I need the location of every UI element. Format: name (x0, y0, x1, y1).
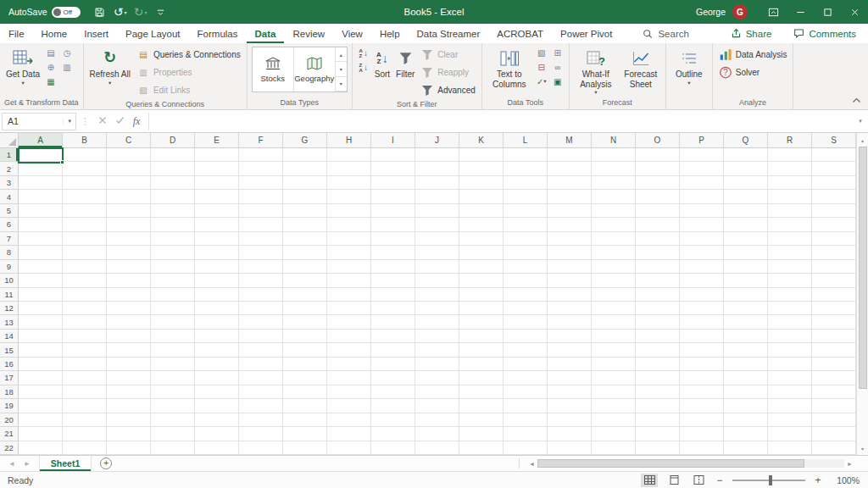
cell-R17[interactable] (768, 371, 812, 385)
cell-R1[interactable] (768, 148, 812, 162)
cell-P3[interactable] (680, 176, 724, 190)
cell-E9[interactable] (195, 260, 239, 274)
cell-O19[interactable] (636, 399, 680, 413)
cell-M2[interactable] (548, 162, 592, 175)
cell-C19[interactable] (107, 399, 151, 413)
cell-C18[interactable] (107, 385, 151, 399)
cell-N19[interactable] (592, 399, 636, 413)
cell-N16[interactable] (592, 358, 636, 371)
cell-E8[interactable] (195, 246, 239, 259)
column-header-H[interactable]: H (327, 133, 371, 148)
cell-O15[interactable] (636, 343, 680, 357)
cell-B22[interactable] (63, 441, 107, 455)
cell-B11[interactable] (63, 288, 107, 302)
cell-L12[interactable] (504, 302, 548, 315)
cell-B6[interactable] (63, 218, 107, 231)
cell-R19[interactable] (768, 399, 812, 413)
get-data-button[interactable]: Get Data ▾ (4, 45, 42, 86)
cell-I19[interactable] (371, 399, 415, 413)
cell-G14[interactable] (283, 330, 327, 343)
cell-C1[interactable] (107, 148, 151, 162)
cell-G10[interactable] (283, 274, 327, 287)
cell-P6[interactable] (680, 218, 724, 231)
cell-L6[interactable] (504, 218, 548, 231)
cell-G11[interactable] (283, 288, 327, 302)
data-analysis-button[interactable]: Data Analysis (717, 47, 789, 63)
cell-C20[interactable] (107, 413, 151, 427)
cell-P12[interactable] (680, 302, 724, 315)
tab-acrobat[interactable]: ACROBAT (488, 24, 552, 43)
enter-entry-button[interactable] (111, 116, 128, 126)
cell-D19[interactable] (151, 399, 195, 413)
cell-L20[interactable] (504, 413, 548, 427)
cell-Q9[interactable] (724, 260, 768, 274)
cell-A19[interactable] (19, 399, 63, 413)
cell-F11[interactable] (239, 288, 283, 302)
remove-duplicates-icon[interactable]: ⊟ (535, 61, 548, 74)
cell-A18[interactable] (19, 385, 63, 399)
tab-home[interactable]: Home (33, 24, 76, 43)
row-header-1[interactable]: 1 (0, 148, 19, 162)
cell-M11[interactable] (548, 288, 592, 302)
cell-N15[interactable] (592, 343, 636, 357)
reapply-filter-button[interactable]: Reapply (419, 64, 476, 80)
cell-S20[interactable] (812, 413, 856, 427)
tab-view[interactable]: View (333, 24, 371, 43)
cell-N12[interactable] (592, 302, 636, 315)
cell-P19[interactable] (680, 399, 724, 413)
cell-H6[interactable] (327, 218, 371, 231)
column-header-S[interactable]: S (812, 133, 856, 148)
cell-H13[interactable] (327, 315, 371, 329)
gallery-more-icon[interactable]: ▾ (336, 77, 347, 92)
cell-E1[interactable] (195, 148, 239, 162)
cell-R18[interactable] (768, 385, 812, 399)
cell-A17[interactable] (19, 371, 63, 385)
new-sheet-button[interactable]: + (100, 458, 112, 469)
autosave-toggle[interactable]: Off (52, 7, 81, 18)
cell-C8[interactable] (107, 246, 151, 259)
cell-N11[interactable] (592, 288, 636, 302)
text-to-columns-button[interactable]: Text to Columns (487, 45, 532, 89)
column-header-Q[interactable]: Q (724, 133, 768, 148)
cell-D15[interactable] (151, 343, 195, 357)
cell-F20[interactable] (239, 413, 283, 427)
cell-I21[interactable] (371, 427, 415, 441)
cell-J13[interactable] (415, 315, 459, 329)
column-header-R[interactable]: R (768, 133, 812, 148)
cell-L10[interactable] (504, 274, 548, 287)
cell-R14[interactable] (768, 330, 812, 343)
cell-A8[interactable] (19, 246, 63, 259)
cell-G20[interactable] (283, 413, 327, 427)
cell-H4[interactable] (327, 190, 371, 203)
cell-J9[interactable] (415, 260, 459, 274)
cell-A11[interactable] (19, 288, 63, 302)
cell-G7[interactable] (283, 232, 327, 246)
cell-B12[interactable] (63, 302, 107, 315)
cell-S9[interactable] (812, 260, 856, 274)
cell-L19[interactable] (504, 399, 548, 413)
from-text-csv-icon[interactable]: ▤ (44, 47, 58, 59)
cell-I6[interactable] (371, 218, 415, 231)
maximize-button[interactable] (814, 0, 841, 24)
cell-A20[interactable] (19, 413, 63, 427)
cell-M15[interactable] (548, 343, 592, 357)
column-header-P[interactable]: P (680, 133, 724, 148)
cell-B16[interactable] (63, 358, 107, 371)
cell-R12[interactable] (768, 302, 812, 315)
cell-F18[interactable] (239, 385, 283, 399)
cell-S11[interactable] (812, 288, 856, 302)
cell-N9[interactable] (592, 260, 636, 274)
clear-filter-button[interactable]: Clear (419, 47, 476, 63)
cell-D2[interactable] (151, 162, 195, 175)
cell-S4[interactable] (812, 190, 856, 203)
cell-L17[interactable] (504, 371, 548, 385)
cell-A1[interactable] (19, 148, 63, 162)
cell-K20[interactable] (459, 413, 504, 427)
cell-J4[interactable] (415, 190, 459, 203)
cell-M9[interactable] (548, 260, 592, 274)
cell-E10[interactable] (195, 274, 239, 287)
row-header-8[interactable]: 8 (0, 246, 19, 259)
cell-J8[interactable] (415, 246, 459, 259)
cell-J2[interactable] (415, 162, 459, 175)
cell-B17[interactable] (63, 371, 107, 385)
